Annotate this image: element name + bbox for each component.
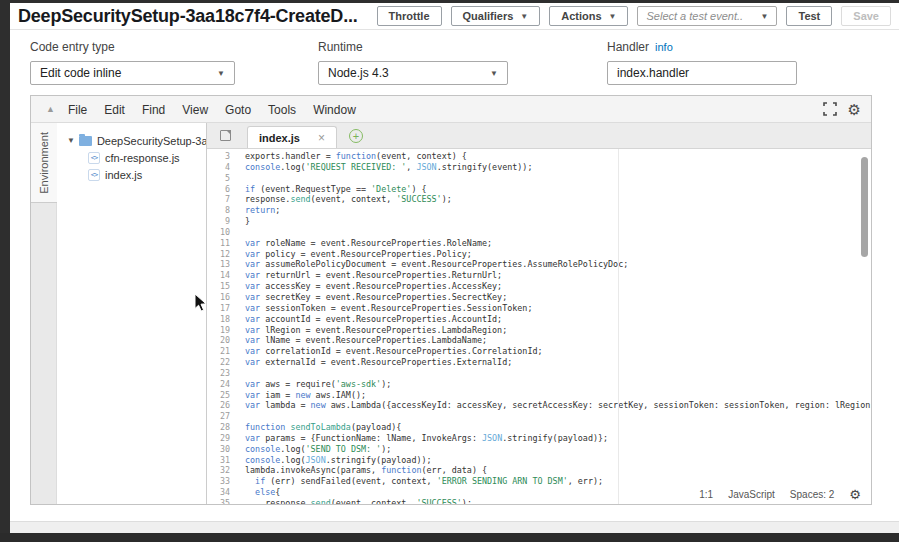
handler-input[interactable]: index.handler — [607, 61, 797, 85]
chevron-down-icon: ▼ — [761, 12, 769, 21]
actions-button[interactable]: Actions▼ — [549, 6, 628, 26]
line-number: 14 — [207, 270, 230, 281]
code-config-form: Code entry type Edit code inline▼ Runtim… — [10, 40, 899, 90]
code-line[interactable]: function sendToLambda(payload){ — [245, 422, 871, 433]
code-line[interactable]: var lRegion = event.ResourceProperties.L… — [245, 325, 871, 336]
fullscreen-icon[interactable] — [823, 102, 837, 116]
code-line[interactable] — [245, 227, 871, 238]
menu-goto[interactable]: Goto — [225, 103, 251, 117]
line-number: 6 — [207, 184, 230, 195]
new-tab-icon[interactable] — [349, 129, 363, 143]
line-number: 15 — [207, 281, 230, 292]
code-line[interactable] — [245, 173, 871, 184]
tab-index-js[interactable]: index.js × — [247, 126, 337, 148]
line-number: 9 — [207, 216, 230, 227]
folder-expand-caret-icon[interactable]: ▼ — [67, 136, 75, 145]
cursor-position: 1:1 — [699, 489, 713, 500]
runtime-group: Runtime Node.js 4.3▼ — [318, 40, 508, 85]
print-margin-line — [618, 149, 619, 504]
tree-folder-row[interactable]: ▼ DeepSecuritySetup-3aa18c7 — [57, 132, 206, 149]
code-line[interactable]: var iam = new aws.IAM(); — [245, 390, 871, 401]
language-mode[interactable]: JavaScript — [728, 489, 775, 500]
editor-body: Environment ▼ DeepSecuritySetup-3aa18c7 … — [31, 123, 871, 504]
line-number: 24 — [207, 379, 230, 390]
menu-edit[interactable]: Edit — [104, 103, 125, 117]
line-number: 23 — [207, 368, 230, 379]
chevron-down-icon: ▼ — [490, 69, 498, 78]
code-line[interactable]: var policy = event.ResourceProperties.Po… — [245, 249, 871, 260]
code-line[interactable]: response.send(event, context, 'SUCCESS')… — [245, 194, 871, 205]
code-line[interactable]: var lambda = new aws.Lambda({accessKeyId… — [245, 400, 871, 411]
menu-find[interactable]: Find — [142, 103, 165, 117]
code-line[interactable]: var externalId = event.ResourcePropertie… — [245, 357, 871, 368]
code-line[interactable]: var sessionToken = event.ResourcePropert… — [245, 303, 871, 314]
chevron-down-icon: ▼ — [520, 12, 528, 21]
tree-file-cfn-response-js[interactable]: cfn-response.js — [57, 149, 206, 166]
line-number: 10 — [207, 227, 230, 238]
line-number: 18 — [207, 314, 230, 325]
line-number: 35 — [207, 498, 230, 504]
code-file-icon — [88, 152, 100, 164]
code-line[interactable]: lambda.invokeAsync(params, function(err,… — [245, 465, 871, 476]
throttle-button[interactable]: Throttle — [377, 6, 442, 26]
code-line[interactable]: console.log(JSON.stringify(payload)); — [245, 455, 871, 466]
tab-close-icon[interactable]: × — [318, 131, 325, 145]
runtime-select[interactable]: Node.js 4.3▼ — [318, 61, 508, 85]
code-line[interactable]: var accessKey = event.ResourceProperties… — [245, 281, 871, 292]
code-line[interactable] — [245, 411, 871, 422]
line-number: 4 — [207, 162, 230, 173]
status-settings-gear-icon[interactable]: ⚙ — [849, 488, 861, 501]
code-line[interactable]: var lName = event.ResourceProperties.Lam… — [245, 335, 871, 346]
tree-file-index-js[interactable]: index.js — [57, 166, 206, 183]
code-line[interactable]: var accountId = event.ResourceProperties… — [245, 314, 871, 325]
environment-tab[interactable]: Environment — [31, 123, 57, 203]
code-line[interactable]: exports.handler = function(event, contex… — [245, 151, 871, 162]
test-button[interactable]: Test — [786, 6, 832, 26]
tab-list-icon[interactable] — [220, 130, 231, 141]
editor-main-column: index.js × 34567891011121314151617181920… — [207, 123, 871, 504]
code-line[interactable] — [245, 368, 871, 379]
code-line[interactable]: var params = {FunctionName: lName, Invok… — [245, 433, 871, 444]
indent-setting[interactable]: Spaces: 2 — [790, 489, 834, 500]
code-line[interactable]: return; — [245, 205, 871, 216]
tree-folder-label: DeepSecuritySetup-3aa18c7 — [97, 135, 206, 147]
line-number: 27 — [207, 411, 230, 422]
menu-file[interactable]: File — [68, 103, 87, 117]
test-event-select[interactable]: Select a test event..▼ — [637, 6, 777, 26]
save-button[interactable]: Save — [841, 6, 891, 26]
line-number: 13 — [207, 259, 230, 270]
code-text[interactable]: exports.handler = function(event, contex… — [237, 149, 871, 504]
line-number: 32 — [207, 465, 230, 476]
handler-info-link[interactable]: info — [655, 41, 673, 53]
code-line[interactable]: var assumeRolePolicyDocument = event.Res… — [245, 259, 871, 270]
function-title: DeepSecuritySetup-3aa18c7f4-CreateD... — [18, 6, 358, 27]
handler-label: Handlerinfo — [607, 40, 797, 54]
code-entry-type-select[interactable]: Edit code inline▼ — [30, 61, 235, 85]
line-number: 30 — [207, 444, 230, 455]
code-line[interactable]: var correlationId = event.ResourceProper… — [245, 346, 871, 357]
menu-view[interactable]: View — [182, 103, 208, 117]
function-header-bar: DeepSecuritySetup-3aa18c7f4-CreateD... T… — [10, 3, 899, 30]
line-number: 28 — [207, 422, 230, 433]
editor-settings-gear-icon[interactable]: ⚙ — [848, 102, 861, 117]
code-line[interactable]: console.log('SEND TO DSM: '); — [245, 444, 871, 455]
code-line[interactable]: console.log('REQUEST RECEIVED: ', JSON.s… — [245, 162, 871, 173]
code-line[interactable]: if (err) sendFailed(event, context, 'ERR… — [245, 476, 871, 487]
collapse-editor-icon[interactable]: ▲ — [46, 104, 55, 114]
vertical-scrollbar[interactable] — [861, 157, 868, 257]
qualifiers-button[interactable]: Qualifiers▼ — [451, 6, 541, 26]
code-line[interactable]: var secretKey = event.ResourceProperties… — [245, 292, 871, 303]
code-line[interactable]: var aws = require('aws-sdk'); — [245, 379, 871, 390]
line-number: 16 — [207, 292, 230, 303]
code-line[interactable]: var roleName = event.ResourceProperties.… — [245, 238, 871, 249]
code-line[interactable]: var returnUrl = event.ResourceProperties… — [245, 270, 871, 281]
code-area[interactable]: 3456789101112131415161718192021222324252… — [207, 149, 871, 504]
line-number: 17 — [207, 303, 230, 314]
menu-window[interactable]: Window — [313, 103, 356, 117]
line-number: 22 — [207, 357, 230, 368]
code-line[interactable]: if (event.RequestType == 'Delete') { — [245, 184, 871, 195]
line-number: 31 — [207, 455, 230, 466]
window-top-edge — [0, 0, 899, 3]
menu-tools[interactable]: Tools — [268, 103, 296, 117]
code-line[interactable]: } — [245, 216, 871, 227]
